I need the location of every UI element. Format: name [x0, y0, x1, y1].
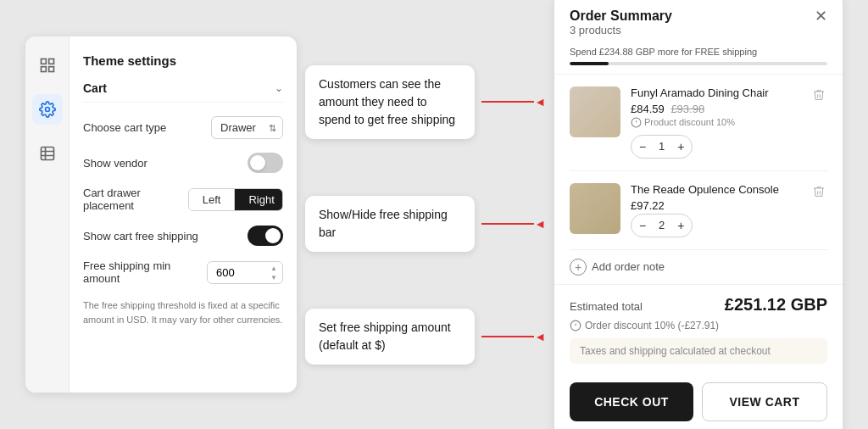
cart-type-select-wrapper: Drawer Page Sidebar ⇅ — [211, 116, 283, 139]
spinner-down-button[interactable]: ▼ — [268, 273, 280, 281]
delete-product-1[interactable] — [810, 86, 827, 107]
add-note-icon: + — [570, 259, 587, 276]
qty-value-2: 2 — [654, 219, 670, 231]
panel-title: Theme settings — [83, 53, 283, 68]
product-info-2: The Reade Opulence Console £97.22 − 2 + — [631, 183, 800, 237]
estimated-total-amount: £251.12 GBP — [725, 295, 827, 315]
total-row: Estimated total £251.12 GBP — [570, 295, 827, 315]
qty-increase-2[interactable]: + — [670, 214, 692, 237]
section-title: Cart — [83, 81, 107, 95]
arrow-line-1 — [481, 101, 534, 103]
annotation-arrow-1: ◄ — [481, 95, 546, 109]
cart-type-select[interactable]: Drawer Page Sidebar — [211, 116, 283, 139]
sidebar-nav-settings[interactable] — [32, 94, 63, 125]
add-note-row[interactable]: + Add order note — [554, 250, 843, 285]
spinner-up-button[interactable]: ▲ — [268, 264, 280, 272]
annotation-3-container: Set free shipping amount (default at $) … — [305, 309, 546, 365]
product-item-2: The Reade Opulence Console £97.22 − 2 + — [570, 171, 827, 250]
theme-panel: Theme settings Cart ⌄ Choose cart type D… — [25, 36, 297, 393]
show-free-shipping-row: Show cart free shipping — [83, 226, 283, 246]
product-info-1: Funyl Aramado Dining Chair £84.59 £93.98… — [631, 86, 800, 159]
products-list: Funyl Aramado Dining Chair £84.59 £93.98… — [554, 75, 843, 250]
qty-decrease-2[interactable]: − — [632, 214, 654, 237]
svg-rect-1 — [48, 59, 53, 64]
placement-right-button[interactable]: Right — [235, 189, 283, 210]
show-vendor-row: Show vendor — [83, 153, 283, 173]
add-note-label: Add order note — [592, 260, 665, 273]
close-button[interactable]: ✕ — [815, 8, 827, 24]
svg-point-4 — [45, 108, 49, 112]
svg-rect-2 — [41, 67, 46, 72]
cart-placement-label: Cart drawer placement — [83, 187, 188, 212]
svg-rect-3 — [48, 67, 53, 72]
order-count: 3 products — [570, 24, 672, 36]
annotation-1-container: Customers can see the amount they need t… — [305, 65, 546, 139]
order-totals: Estimated total £251.12 GBP Order discou… — [554, 285, 843, 382]
checkout-buttons: CHECK OUT VIEW CART — [554, 382, 843, 430]
annotation-bubble-1: Customers can see the amount they need t… — [305, 65, 475, 139]
qty-control-2: − 2 + — [631, 214, 693, 237]
order-title: Order Summary — [570, 8, 672, 24]
sidebar-nav — [25, 36, 70, 393]
free-shipping-min-row: Free shipping min amount ▲ ▼ — [83, 259, 283, 285]
order-header-text: Order Summary 3 products — [570, 8, 672, 36]
shipping-bar-section: Spend £234.88 GBP more for FREE shipping — [554, 43, 843, 75]
arrow-line-3 — [481, 336, 534, 337]
order-panel: Order Summary 3 products ✕ Spend £234.88… — [554, 0, 843, 429]
product-name-1: Funyl Aramado Dining Chair — [631, 86, 800, 99]
product-image-2 — [570, 183, 620, 234]
sidebar-nav-blocks[interactable] — [32, 138, 63, 169]
annotation-arrow-2: ◄ — [481, 217, 546, 231]
shipping-bar-fill — [570, 62, 609, 65]
free-shipping-min-input-wrapper: ▲ ▼ — [207, 261, 283, 284]
console-image — [570, 183, 620, 234]
discount-row: Order discount 10% (-£27.91) — [570, 320, 827, 332]
qty-increase-1[interactable]: + — [670, 136, 692, 158]
svg-rect-0 — [41, 59, 46, 64]
qty-value-1: 1 — [654, 140, 670, 153]
annotation-bubble-3: Set free shipping amount (default at $) — [305, 309, 475, 365]
section-header: Cart ⌄ — [83, 81, 283, 103]
free-shipping-min-label: Free shipping min amount — [83, 259, 207, 285]
qty-decrease-1[interactable]: − — [632, 136, 654, 158]
product-price-orig-1: £93.98 — [670, 103, 704, 115]
taxes-row: Taxes and shipping calculated at checkou… — [570, 338, 827, 364]
cart-type-row: Choose cart type Drawer Page Sidebar ⇅ — [83, 116, 283, 139]
product-discount-1: Product discount 10% — [631, 117, 800, 128]
cart-placement-row: Cart drawer placement Left Right — [83, 187, 283, 212]
arrow-head-3: ◄ — [534, 330, 546, 343]
delete-product-2[interactable] — [810, 183, 827, 203]
product-price-1: £84.59 £93.98 — [631, 103, 800, 115]
show-vendor-toggle[interactable] — [248, 153, 283, 173]
annotation-2-container: Show/Hide free shipping bar ◄ — [305, 196, 546, 252]
estimated-total-label: Estimated total — [570, 300, 643, 313]
show-free-shipping-toggle[interactable] — [248, 226, 283, 246]
chevron-up-icon[interactable]: ⌄ — [275, 82, 283, 94]
arrow-head-1: ◄ — [534, 95, 546, 109]
annotations-area: Customers can see the amount they need t… — [297, 36, 554, 393]
number-spinners: ▲ ▼ — [268, 264, 280, 281]
shipping-bar-track — [570, 62, 827, 65]
sidebar-nav-layout[interactable] — [32, 50, 63, 81]
arrow-line-2 — [481, 223, 534, 225]
show-vendor-label: Show vendor — [83, 157, 147, 170]
placement-left-button[interactable]: Left — [189, 189, 236, 210]
hint-text: The free shipping threshold is fixed at … — [83, 298, 283, 326]
view-cart-button[interactable]: VIEW CART — [702, 382, 827, 421]
panel-content: Theme settings Cart ⌄ Choose cart type D… — [70, 36, 297, 393]
main-container: Theme settings Cart ⌄ Choose cart type D… — [0, 0, 868, 429]
product-name-2: The Reade Opulence Console — [631, 183, 800, 196]
placement-btn-group: Left Right — [188, 188, 283, 211]
product-price-2: £97.22 — [631, 199, 800, 212]
chair-image — [570, 86, 620, 137]
checkout-button[interactable]: CHECK OUT — [570, 382, 693, 421]
order-discount-text: Order discount 10% (-£27.91) — [585, 320, 719, 332]
shipping-bar-label: Spend £234.88 GBP more for FREE shipping — [570, 47, 827, 57]
order-header: Order Summary 3 products ✕ — [554, 0, 843, 43]
product-item: Funyl Aramado Dining Chair £84.59 £93.98… — [570, 75, 827, 171]
svg-rect-5 — [41, 148, 53, 160]
qty-control-1: − 1 + — [631, 135, 693, 159]
arrow-head-2: ◄ — [534, 217, 546, 231]
cart-type-label: Choose cart type — [83, 121, 166, 134]
annotation-bubble-2: Show/Hide free shipping bar — [305, 196, 475, 252]
